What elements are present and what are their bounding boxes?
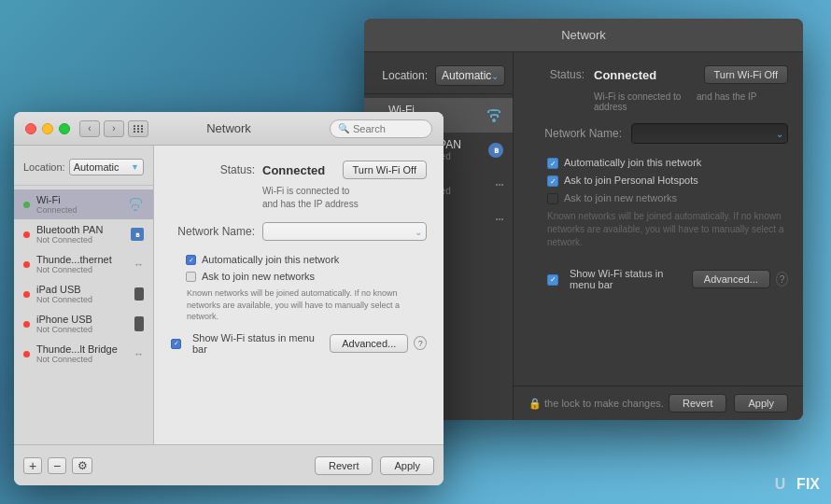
back-advanced-button[interactable]: Advanced... <box>692 270 770 288</box>
search-icon: 🔍 <box>338 123 349 133</box>
forward-nav-button[interactable]: › <box>104 120 124 137</box>
footer-left-controls: + − ⚙ <box>23 457 92 474</box>
front-window-title: Network <box>206 121 251 135</box>
gear-menu-button[interactable]: ⚙ <box>72 457 92 474</box>
front-bridge-name: Thunde...lt Bridge <box>36 343 132 355</box>
front-join-new-checkbox[interactable] <box>186 272 196 282</box>
back-network-label: Network Name: <box>528 127 622 140</box>
front-location-select[interactable]: Automatic ▼ <box>69 159 144 175</box>
front-ipad-sub: Not Connected <box>36 295 133 304</box>
back-join-new-checkbox[interactable] <box>547 193 558 204</box>
back-network-arrow: ⌄ <box>776 129 783 139</box>
back-status-detail: Wi-Fi is connected to and has the IPaddr… <box>594 91 788 112</box>
back-nav-button[interactable]: ‹ <box>79 120 100 137</box>
maximize-button[interactable] <box>59 123 70 134</box>
back-location-label: Location: <box>372 69 428 82</box>
front-iphone-name: iPhone USB <box>36 314 133 325</box>
front-eth-name: Thunde...thernet <box>36 254 132 265</box>
close-button[interactable] <box>25 123 36 134</box>
back-wifi-off-button[interactable]: Turn Wi-Fi Off <box>704 65 788 84</box>
watermark-fix: FIX <box>796 476 820 493</box>
back-titlebar: Network <box>364 19 803 52</box>
front-sidebar-item-bridge[interactable]: Thunde...lt Bridge Not Connected ↔ <box>14 339 153 369</box>
front-sidebar-item-wifi[interactable]: Wi-Fi Connected <box>14 189 153 219</box>
front-main-panel: Status: Connected Turn Wi-Fi Off Wi-Fi i… <box>154 146 444 444</box>
front-status-detail: Wi-Fi is connected toand has the IP addr… <box>262 185 427 211</box>
front-auto-join-label: Automatically join this network <box>202 254 339 265</box>
back-revert-button[interactable]: Revert <box>669 394 726 413</box>
front-sidebar-item-thunder-ethernet[interactable]: Thunde...thernet Not Connected ↔ <box>14 249 153 279</box>
back-help-button[interactable]: ? <box>776 272 788 287</box>
front-bt-sub: Not Connected <box>36 235 129 245</box>
front-iphone-icon <box>134 316 144 331</box>
back-location-arrow: ⌄ <box>491 71 499 81</box>
back-show-wifi-checkbox[interactable] <box>547 274 558 286</box>
front-ipad-text: iPad USB Not Connected <box>36 284 133 304</box>
front-revert-button[interactable]: Revert <box>315 456 373 475</box>
front-show-wifi-checkbox[interactable] <box>171 339 181 349</box>
back-location-value: Automatic <box>442 69 491 82</box>
front-wifi-name: Wi-Fi <box>36 194 125 205</box>
add-network-button[interactable]: + <box>23 457 42 474</box>
front-bridge-text: Thunde...lt Bridge Not Connected <box>36 343 132 364</box>
front-show-wifi-label: Show Wi-Fi status in menu bar <box>192 332 318 355</box>
front-titlebar: ‹ › Network 🔍 <box>14 112 444 146</box>
front-bt-text: Bluetooth PAN Not Connected <box>36 224 129 245</box>
front-bridge-sub: Not Connected <box>36 355 132 364</box>
front-window: ‹ › Network 🔍 Location: Automatic ▼ <box>14 112 444 485</box>
back-join-new-sublabel: Known networks will be joined automatica… <box>547 210 788 249</box>
front-wifi-off-button[interactable]: Turn Wi-Fi Off <box>343 161 427 179</box>
front-wifi-dot <box>23 202 30 208</box>
front-location-label: Location: <box>23 161 65 173</box>
back-network-input[interactable]: ⌄ <box>631 123 788 144</box>
front-iphone-sub: Not Connected <box>36 325 133 334</box>
back-location-select[interactable]: Automatic ⌄ <box>435 65 505 86</box>
front-sidebar-item-bluetooth[interactable]: Bluetooth PAN Not Connected ʙ <box>14 219 153 249</box>
front-sidebar-item-iphone[interactable]: iPhone USB Not Connected <box>14 309 153 339</box>
back-eth-icon <box>496 184 503 186</box>
front-eth-text: Thunde...thernet Not Connected <box>36 254 132 274</box>
front-network-arrow: ⌄ <box>415 227 422 237</box>
front-network-label: Network Name: <box>171 225 255 238</box>
front-wifi-text: Wi-Fi Connected <box>36 194 125 215</box>
front-ipad-name: iPad USB <box>36 284 133 295</box>
minimize-button[interactable] <box>42 123 53 134</box>
front-advanced-button[interactable]: Advanced... <box>330 334 408 353</box>
front-ipad-dot <box>23 291 30 298</box>
search-input[interactable] <box>353 123 418 134</box>
front-search-box[interactable]: 🔍 <box>330 119 432 138</box>
front-location-value: Automatic <box>74 161 120 173</box>
front-help-button[interactable]: ? <box>414 336 427 350</box>
front-status-label: Status: <box>171 163 255 176</box>
front-network-input[interactable]: ⌄ <box>262 222 427 241</box>
front-sidebar: Location: Automatic ▼ Wi-Fi Connected <box>14 146 154 444</box>
front-wifi-icon <box>127 198 144 211</box>
front-wifi-sub: Connected <box>36 205 125 215</box>
front-apply-button[interactable]: Apply <box>380 456 434 475</box>
back-auto-join-label: Automatically join this network <box>564 157 701 168</box>
front-auto-join-checkbox[interactable] <box>186 255 196 265</box>
grid-view-button[interactable] <box>128 120 148 137</box>
back-main-panel: Status: Connected Turn Wi-Fi Off Wi-Fi i… <box>514 52 803 385</box>
nav-buttons: ‹ › <box>79 120 124 137</box>
back-join-new-label: Ask to join new networks <box>564 192 677 203</box>
front-join-new-sublabel: Known networks will be joined automatica… <box>187 287 427 323</box>
remove-network-button[interactable]: − <box>48 457 66 474</box>
front-eth-sub: Not Connected <box>36 265 132 274</box>
back-window-title: Network <box>561 28 606 42</box>
back-auto-join-checkbox[interactable] <box>547 158 558 169</box>
back-lock-text: 🔒 the lock to make changes. <box>528 398 664 410</box>
front-iphone-text: iPhone USB Not Connected <box>36 314 133 334</box>
back-show-wifi-label: Show Wi-Fi status in menu bar <box>570 268 681 290</box>
watermark: U FIX <box>775 476 820 493</box>
front-bt-name: Bluetooth PAN <box>36 224 129 235</box>
front-footer: + − ⚙ Revert Apply <box>14 444 444 485</box>
back-personal-hotspot-checkbox[interactable] <box>547 175 558 187</box>
front-bridge-icon: ↔ <box>134 348 144 359</box>
back-status-value: Connected <box>594 68 704 82</box>
front-bt-dot <box>23 231 30 238</box>
front-status-value: Connected <box>262 163 343 177</box>
back-apply-button[interactable]: Apply <box>734 394 788 413</box>
front-bluetooth-icon: ʙ <box>131 228 144 241</box>
front-sidebar-item-ipad[interactable]: iPad USB Not Connected <box>14 279 153 309</box>
